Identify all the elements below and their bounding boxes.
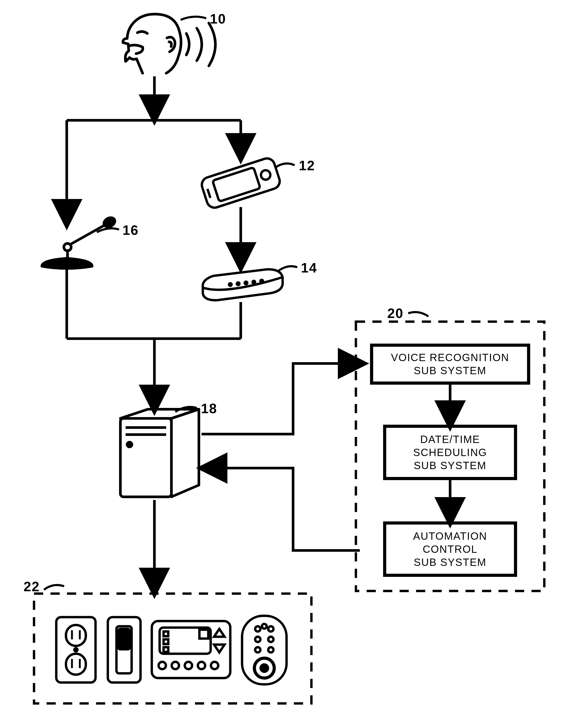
- svg-point-50: [211, 662, 218, 669]
- svg-point-49: [198, 662, 205, 669]
- svg-point-60: [261, 665, 268, 672]
- svg-point-52: [255, 626, 260, 631]
- outlet-icon: [56, 617, 96, 683]
- phone-icon: [200, 156, 282, 210]
- svg-point-54: [255, 637, 260, 642]
- svg-line-16: [70, 225, 106, 245]
- label-phone: 12: [299, 158, 315, 173]
- svg-point-9: [229, 283, 232, 286]
- svg-point-17: [102, 216, 116, 229]
- svg-line-7: [208, 189, 210, 198]
- label-server: 18: [201, 401, 217, 416]
- svg-point-58: [262, 624, 267, 629]
- speaker-icon: [123, 14, 215, 73]
- svg-point-48: [185, 662, 192, 669]
- svg-point-56: [255, 647, 260, 652]
- svg-point-6: [260, 169, 271, 181]
- svg-point-55: [268, 637, 273, 642]
- microphone-icon: [42, 216, 116, 269]
- svg-point-36: [74, 648, 78, 651]
- label-devices: 22: [23, 579, 40, 594]
- label-router: 14: [301, 260, 317, 276]
- lock-icon: [242, 616, 287, 684]
- svg-rect-33: [66, 654, 86, 675]
- label-speaker: 10: [210, 11, 226, 27]
- svg-rect-43: [163, 639, 168, 644]
- router-icon: [203, 269, 283, 300]
- voice-recognition-caption: VOICE RECOGNITION SUB SYSTEM: [372, 351, 529, 377]
- svg-point-11: [245, 282, 247, 284]
- svg-rect-39: [119, 629, 129, 649]
- svg-point-57: [268, 647, 273, 652]
- svg-rect-30: [66, 625, 86, 646]
- svg-point-13: [260, 280, 263, 282]
- svg-point-12: [252, 281, 255, 283]
- svg-point-53: [268, 626, 273, 631]
- svg-rect-22: [120, 418, 172, 497]
- scheduling-caption: DATE/TIME SCHEDULING SUB SYSTEM: [385, 433, 516, 472]
- svg-rect-45: [199, 630, 208, 638]
- svg-rect-51: [242, 616, 287, 684]
- svg-point-46: [158, 662, 166, 669]
- thermostat-icon: [152, 621, 230, 678]
- svg-point-25: [127, 442, 132, 447]
- server-icon: [120, 409, 199, 497]
- automation-caption: AUTOMATION CONTROL SUB SYSTEM: [385, 530, 516, 569]
- label-software: 20: [387, 305, 404, 321]
- svg-point-10: [237, 282, 239, 285]
- svg-rect-44: [163, 647, 168, 652]
- label-microphone: 16: [122, 222, 139, 238]
- svg-rect-42: [163, 631, 168, 636]
- switch-icon: [108, 617, 140, 683]
- svg-point-47: [172, 662, 179, 669]
